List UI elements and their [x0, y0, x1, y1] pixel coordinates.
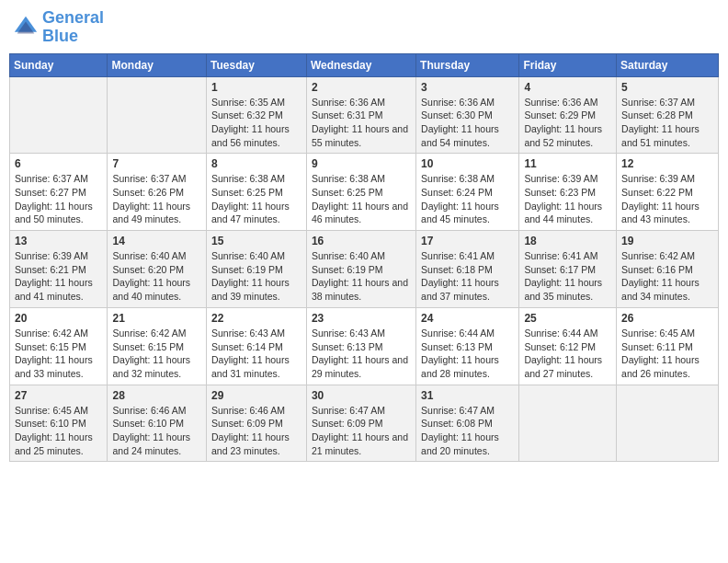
calendar-cell: 13Sunrise: 6:39 AMSunset: 6:21 PMDayligh…: [10, 231, 108, 308]
day-number: 20: [15, 312, 103, 325]
day-info: Sunrise: 6:46 AMSunset: 6:09 PMDaylight:…: [211, 404, 302, 458]
calendar-cell: 8Sunrise: 6:38 AMSunset: 6:25 PMDaylight…: [207, 154, 307, 231]
day-info: Sunrise: 6:45 AMSunset: 6:10 PMDaylight:…: [15, 404, 103, 458]
day-number: 30: [312, 389, 412, 402]
day-number: 25: [524, 312, 612, 325]
day-number: 11: [524, 157, 612, 170]
day-info: Sunrise: 6:40 AMSunset: 6:19 PMDaylight:…: [211, 249, 302, 304]
day-info: Sunrise: 6:41 AMSunset: 6:17 PMDaylight:…: [524, 249, 612, 304]
calendar-cell: 6Sunrise: 6:37 AMSunset: 6:27 PMDaylight…: [10, 154, 108, 231]
day-number: 19: [621, 235, 714, 247]
day-number: 18: [524, 235, 612, 247]
day-info: Sunrise: 6:47 AMSunset: 6:09 PMDaylight:…: [312, 404, 412, 458]
calendar-week-row: 6Sunrise: 6:37 AMSunset: 6:27 PMDaylight…: [10, 154, 719, 231]
day-of-week-header: Thursday: [416, 53, 519, 76]
day-info: Sunrise: 6:37 AMSunset: 6:26 PMDaylight:…: [112, 172, 202, 226]
calendar-cell: 12Sunrise: 6:39 AMSunset: 6:22 PMDayligh…: [617, 154, 719, 231]
day-info: Sunrise: 6:37 AMSunset: 6:27 PMDaylight:…: [15, 172, 103, 226]
day-info: Sunrise: 6:47 AMSunset: 6:08 PMDaylight:…: [421, 404, 515, 458]
calendar-cell: 31Sunrise: 6:47 AMSunset: 6:08 PMDayligh…: [416, 385, 519, 462]
calendar-cell: 15Sunrise: 6:40 AMSunset: 6:19 PMDayligh…: [207, 231, 307, 308]
day-number: 24: [421, 312, 515, 325]
calendar-cell: [10, 76, 108, 154]
day-number: 10: [421, 157, 515, 170]
day-info: Sunrise: 6:40 AMSunset: 6:19 PMDaylight:…: [312, 249, 412, 304]
day-number: 7: [112, 157, 202, 170]
day-info: Sunrise: 6:42 AMSunset: 6:15 PMDaylight:…: [15, 327, 103, 381]
day-number: 3: [421, 81, 515, 94]
day-info: Sunrise: 6:37 AMSunset: 6:28 PMDaylight:…: [621, 96, 714, 150]
day-number: 26: [621, 312, 714, 325]
calendar-cell: 22Sunrise: 6:43 AMSunset: 6:14 PMDayligh…: [207, 307, 307, 385]
page-header: General Blue: [9, 9, 719, 46]
calendar-week-row: 27Sunrise: 6:45 AMSunset: 6:10 PMDayligh…: [10, 385, 719, 462]
day-number: 8: [211, 157, 302, 170]
day-info: Sunrise: 6:35 AMSunset: 6:32 PMDaylight:…: [211, 96, 302, 150]
day-info: Sunrise: 6:41 AMSunset: 6:18 PMDaylight:…: [421, 249, 515, 304]
day-info: Sunrise: 6:40 AMSunset: 6:20 PMDaylight:…: [112, 249, 202, 304]
day-info: Sunrise: 6:46 AMSunset: 6:10 PMDaylight:…: [112, 404, 202, 458]
calendar-cell: 17Sunrise: 6:41 AMSunset: 6:18 PMDayligh…: [416, 231, 519, 308]
day-number: 21: [112, 312, 202, 325]
day-number: 6: [15, 157, 103, 170]
day-info: Sunrise: 6:42 AMSunset: 6:15 PMDaylight:…: [112, 327, 202, 381]
day-info: Sunrise: 6:38 AMSunset: 6:25 PMDaylight:…: [211, 172, 302, 226]
day-number: 4: [524, 81, 612, 94]
logo: General Blue: [13, 9, 104, 46]
calendar-cell: 30Sunrise: 6:47 AMSunset: 6:09 PMDayligh…: [306, 385, 415, 462]
calendar-cell: 28Sunrise: 6:46 AMSunset: 6:10 PMDayligh…: [108, 385, 207, 462]
day-info: Sunrise: 6:36 AMSunset: 6:29 PMDaylight:…: [524, 96, 612, 150]
calendar-cell: 18Sunrise: 6:41 AMSunset: 6:17 PMDayligh…: [519, 231, 617, 308]
day-info: Sunrise: 6:39 AMSunset: 6:23 PMDaylight:…: [524, 172, 612, 226]
calendar-cell: 21Sunrise: 6:42 AMSunset: 6:15 PMDayligh…: [108, 307, 207, 385]
day-number: 13: [15, 235, 103, 247]
day-info: Sunrise: 6:44 AMSunset: 6:12 PMDaylight:…: [524, 327, 612, 381]
calendar-week-row: 13Sunrise: 6:39 AMSunset: 6:21 PMDayligh…: [10, 231, 719, 308]
day-info: Sunrise: 6:39 AMSunset: 6:21 PMDaylight:…: [15, 249, 103, 304]
day-info: Sunrise: 6:38 AMSunset: 6:25 PMDaylight:…: [312, 172, 412, 226]
day-number: 22: [211, 312, 302, 325]
calendar-cell: 3Sunrise: 6:36 AMSunset: 6:30 PMDaylight…: [416, 76, 519, 154]
calendar-cell: 5Sunrise: 6:37 AMSunset: 6:28 PMDaylight…: [617, 76, 719, 154]
day-info: Sunrise: 6:42 AMSunset: 6:16 PMDaylight:…: [621, 249, 714, 304]
day-number: 2: [312, 81, 412, 94]
calendar-cell: 14Sunrise: 6:40 AMSunset: 6:20 PMDayligh…: [108, 231, 207, 308]
day-number: 9: [312, 157, 412, 170]
day-number: 27: [15, 389, 103, 402]
calendar-cell: 24Sunrise: 6:44 AMSunset: 6:13 PMDayligh…: [416, 307, 519, 385]
day-number: 31: [421, 389, 515, 402]
calendar-cell: 23Sunrise: 6:43 AMSunset: 6:13 PMDayligh…: [306, 307, 415, 385]
day-info: Sunrise: 6:43 AMSunset: 6:13 PMDaylight:…: [312, 327, 412, 381]
calendar-cell: 9Sunrise: 6:38 AMSunset: 6:25 PMDaylight…: [306, 154, 415, 231]
day-info: Sunrise: 6:43 AMSunset: 6:14 PMDaylight:…: [211, 327, 302, 381]
day-number: 28: [112, 389, 202, 402]
day-number: 29: [211, 389, 302, 402]
calendar-cell: 16Sunrise: 6:40 AMSunset: 6:19 PMDayligh…: [306, 231, 415, 308]
calendar-cell: [519, 385, 617, 462]
day-of-week-header: Wednesday: [306, 53, 415, 76]
day-number: 5: [621, 81, 714, 94]
calendar-cell: 25Sunrise: 6:44 AMSunset: 6:12 PMDayligh…: [519, 307, 617, 385]
calendar-cell: 26Sunrise: 6:45 AMSunset: 6:11 PMDayligh…: [617, 307, 719, 385]
day-number: 15: [211, 235, 302, 247]
calendar-cell: 1Sunrise: 6:35 AMSunset: 6:32 PMDaylight…: [207, 76, 307, 154]
day-info: Sunrise: 6:44 AMSunset: 6:13 PMDaylight:…: [421, 327, 515, 381]
day-of-week-header: Tuesday: [207, 53, 307, 76]
calendar-cell: 19Sunrise: 6:42 AMSunset: 6:16 PMDayligh…: [617, 231, 719, 308]
day-info: Sunrise: 6:39 AMSunset: 6:22 PMDaylight:…: [621, 172, 714, 226]
calendar-cell: 7Sunrise: 6:37 AMSunset: 6:26 PMDaylight…: [108, 154, 207, 231]
calendar-cell: 4Sunrise: 6:36 AMSunset: 6:29 PMDaylight…: [519, 76, 617, 154]
calendar-cell: 29Sunrise: 6:46 AMSunset: 6:09 PMDayligh…: [207, 385, 307, 462]
calendar-cell: [617, 385, 719, 462]
day-number: 1: [211, 81, 302, 94]
calendar-table: SundayMondayTuesdayWednesdayThursdayFrid…: [9, 53, 719, 463]
day-of-week-header: Saturday: [617, 53, 719, 76]
calendar-cell: 10Sunrise: 6:38 AMSunset: 6:24 PMDayligh…: [416, 154, 519, 231]
calendar-cell: 27Sunrise: 6:45 AMSunset: 6:10 PMDayligh…: [10, 385, 108, 462]
day-info: Sunrise: 6:38 AMSunset: 6:24 PMDaylight:…: [421, 172, 515, 226]
day-number: 17: [421, 235, 515, 247]
day-number: 23: [312, 312, 412, 325]
logo-icon: [13, 15, 39, 40]
calendar-cell: 11Sunrise: 6:39 AMSunset: 6:23 PMDayligh…: [519, 154, 617, 231]
logo-text: General Blue: [42, 9, 104, 46]
